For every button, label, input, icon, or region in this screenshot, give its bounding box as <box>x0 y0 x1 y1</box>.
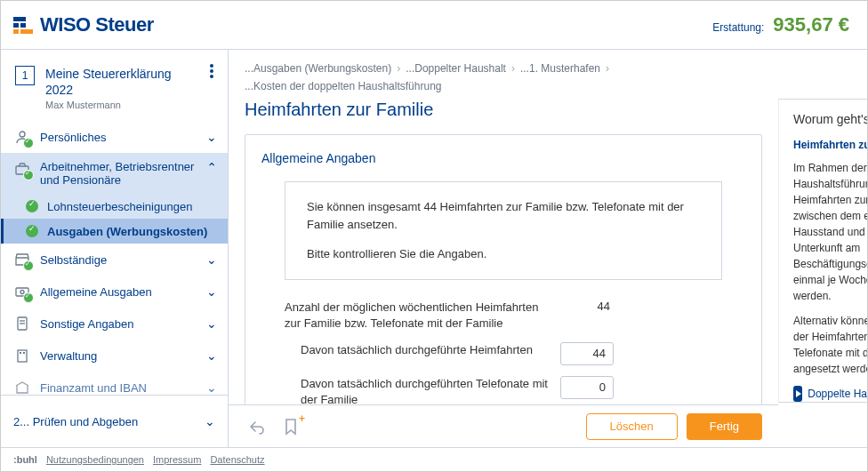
field-value: 44 <box>560 300 614 313</box>
chevron-down-icon: ⌄ <box>206 380 217 395</box>
building-icon <box>13 347 31 364</box>
sidebar-title: Meine Steuererklärung2022 <box>45 66 172 98</box>
undo-icon[interactable] <box>245 414 269 439</box>
refund-display: Erstattung: 935,67 € <box>712 13 849 36</box>
nav-item-finanzamt[interactable]: Finanzamt und IBAN ⌄ <box>1 372 228 395</box>
money-icon <box>13 283 31 300</box>
field-label: Davon tatsächlich durchgeführten Telefon… <box>285 376 551 408</box>
nav-step2[interactable]: 2... Prüfen und Abgeben ⌄ <box>13 406 215 436</box>
chevron-down-icon: ⌄ <box>206 284 217 299</box>
footer-brand: :buhl <box>13 454 37 465</box>
check-icon <box>26 200 38 212</box>
sub-item-werbungskosten[interactable]: Ausgaben (Werbungskosten) <box>1 219 228 244</box>
nav-item-selbstaendige[interactable]: Selbständige ⌄ <box>1 244 228 276</box>
footer: :buhl Nutzungsbedingungen Impressum Date… <box>1 447 867 471</box>
briefcase-icon <box>13 160 31 178</box>
step-indicator: 1 <box>15 66 35 85</box>
nav-item-employee[interactable]: Arbeitnehmer, Betriebsrentner und Pensio… <box>1 153 228 194</box>
delete-button[interactable]: Löschen <box>586 413 678 440</box>
refund-label: Erstattung: <box>712 21 764 34</box>
nav-item-personal[interactable]: Persönliches ⌄ <box>1 121 228 153</box>
svg-point-0 <box>210 64 213 68</box>
help-text: Im Rahmen der do Haushaltsführung Heimfa… <box>793 160 867 377</box>
person-icon <box>13 128 31 146</box>
shop-icon <box>13 251 31 268</box>
help-panel: Worum geht's Heimfahrten zur F Im Rahmen… <box>778 99 867 403</box>
svg-point-1 <box>210 69 213 73</box>
action-bar: + Löschen Fertig <box>229 404 778 447</box>
footer-link-imprint[interactable]: Impressum <box>153 454 201 465</box>
field-row: Davon tatsächlich durchgeführte Heimfahr… <box>261 339 745 372</box>
info-text: Bitte kontrollieren Sie die Angaben. <box>307 245 700 263</box>
telefonate-input[interactable] <box>560 376 614 399</box>
chevron-down-icon: ⌄ <box>206 348 217 363</box>
section-title: Allgemeine Angaben <box>261 151 745 165</box>
crumb[interactable]: ...1. Musterhafen <box>520 62 600 75</box>
nav-item-allgemeine-ausgaben[interactable]: Allgemeine Ausgaben ⌄ <box>1 276 228 308</box>
play-icon <box>793 386 802 402</box>
done-button[interactable]: Fertig <box>687 413 762 440</box>
more-menu-icon[interactable] <box>210 64 213 78</box>
page-title: Heimfahrten zur Familie <box>245 100 778 120</box>
brand-logo: WISO Steuer <box>13 13 154 36</box>
sidebar: 1 Meine Steuererklärung2022 Max Musterma… <box>1 50 229 447</box>
heimfahrten-input[interactable] <box>560 342 614 365</box>
field-row: Anzahl der möglichen wöchentlichen Heimf… <box>261 296 745 339</box>
nav-item-sonstige[interactable]: Sonstige Angaben ⌄ <box>1 308 228 340</box>
section-allgemeine: Allgemeine Angaben Sie können insgesamt … <box>245 134 762 436</box>
content-scroll: ...Ausgaben (Werbungskosten)› ...Doppelt… <box>229 50 778 447</box>
crumb[interactable]: ...Kosten der doppelten Haushaltsführung <box>245 80 441 92</box>
bookmark-icon[interactable]: + <box>278 414 303 439</box>
footer-link-privacy[interactable]: Datenschutz <box>210 454 264 465</box>
field-label: Anzahl der möglichen wöchentlichen Heimf… <box>285 300 551 332</box>
svg-rect-10 <box>18 350 27 362</box>
svg-rect-11 <box>20 352 21 354</box>
chevron-down-icon: ⌄ <box>206 316 217 331</box>
footer-link-terms[interactable]: Nutzungsbedingungen <box>46 454 144 465</box>
help-video-link[interactable]: Doppelte Ha <box>793 386 867 402</box>
svg-rect-12 <box>23 352 25 354</box>
nav-tree: Persönliches ⌄ Arbeitnehmer, Betriebsren… <box>1 121 228 395</box>
bank-icon <box>13 379 31 395</box>
chevron-down-icon: ⌄ <box>206 130 217 144</box>
help-title: Worum geht's <box>793 112 867 126</box>
info-text: Sie können insgesamt 44 Heimfahrten zur … <box>307 198 700 233</box>
check-icon <box>26 225 38 237</box>
help-subtitle: Heimfahrten zur F <box>793 139 867 151</box>
breadcrumb: ...Ausgaben (Werbungskosten)› ...Doppelt… <box>245 62 778 92</box>
crumb[interactable]: ...Doppelter Haushalt <box>406 62 506 75</box>
chevron-down-icon: ⌄ <box>205 414 215 428</box>
chevron-down-icon: ⌄ <box>206 252 217 267</box>
nav-item-verwaltung[interactable]: Verwaltung ⌄ <box>1 340 228 372</box>
info-box: Sie können insgesamt 44 Heimfahrten zur … <box>285 181 722 280</box>
chevron-up-icon: ⌄ <box>206 160 217 174</box>
field-label: Davon tatsächlich durchgeführte Heimfahr… <box>285 342 551 358</box>
crumb[interactable]: ...Ausgaben (Werbungskosten) <box>245 62 391 75</box>
refund-value: 935,67 € <box>773 13 849 36</box>
sidebar-user: Max Mustermann <box>45 100 172 110</box>
document-icon <box>13 315 31 332</box>
logo-icon <box>13 17 33 34</box>
app-header: WISO Steuer Erstattung: 935,67 € <box>1 1 867 50</box>
brand-name: WISO Steuer <box>40 13 154 36</box>
sub-item-lohnsteuer[interactable]: Lohnsteuerbescheinigungen <box>1 194 228 219</box>
svg-point-2 <box>210 75 213 78</box>
main-area: ...Ausgaben (Werbungskosten)› ...Doppelt… <box>229 50 867 447</box>
